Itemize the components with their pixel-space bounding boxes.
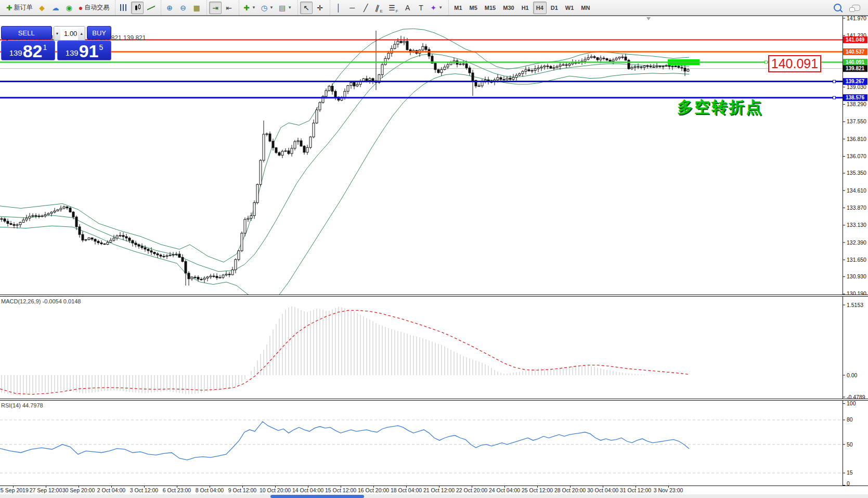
vertical-line-button[interactable]: │	[332, 2, 345, 14]
macd-label: MACD(12,26,9) -0.0054 0.0148	[1, 298, 81, 304]
rsi-label: RSI(14) 44.7978	[1, 402, 43, 408]
tile-windows-button[interactable]: ▦	[190, 2, 203, 14]
lot-size-stepper: ▼ ▲	[54, 26, 86, 41]
search-button[interactable]	[831, 2, 844, 14]
svg-text:130.930: 130.930	[847, 273, 866, 279]
timeframe-d1-button[interactable]: D1	[548, 2, 561, 14]
toolbar-group: ✚新订单◆☁◉●自动交易	[2, 0, 113, 15]
svg-text:139.267: 139.267	[846, 79, 865, 84]
rsi-canvas[interactable]: 1008050150	[0, 401, 868, 486]
svg-text:132.390: 132.390	[847, 239, 866, 246]
svg-text:80: 80	[847, 416, 853, 423]
trendline-button[interactable]: ╱	[359, 2, 372, 14]
vertical-line-icon: │	[336, 4, 341, 11]
time-axis-label: 6 Oct 23:00	[163, 487, 191, 493]
tile-windows-icon: ▦	[193, 4, 200, 11]
indicators-icon: ✚	[243, 4, 250, 11]
rsi-panel: RSI(14) 44.7978 1008050150	[0, 401, 868, 486]
price-level-callout[interactable]: 140.091	[768, 55, 821, 72]
line-chart-icon	[147, 5, 155, 11]
lot-size-input[interactable]	[60, 27, 78, 40]
channel-icon-letter: E	[380, 9, 382, 14]
lot-increase-button[interactable]: ▲	[78, 27, 85, 40]
horizontal-line-icon: ─	[349, 4, 355, 11]
crosshair-button[interactable]: ✛	[314, 2, 326, 14]
text-button[interactable]: A	[401, 2, 414, 14]
templates-icon: ▤	[279, 4, 286, 11]
arrows-button[interactable]: ✦▼	[429, 2, 445, 14]
svg-text:134.610: 134.610	[847, 187, 866, 194]
periods-button[interactable]: ◷▼	[259, 2, 276, 14]
macd-canvas[interactable]: 1.51530.00-0.4789	[0, 297, 868, 399]
periods-icon: ◷	[261, 4, 267, 11]
time-axis-label: 16 Oct 20:00	[358, 487, 389, 493]
timeframe-m15-button[interactable]: M15	[482, 2, 499, 14]
svg-text:135.350: 135.350	[847, 170, 866, 176]
sell-price-prefix: 139	[9, 48, 22, 57]
timeframe-group: M1M5M15M30H1H4D1W1MN	[448, 0, 595, 15]
time-axis-label: 15 Oct 12:00	[325, 487, 356, 493]
svg-text:140.091: 140.091	[846, 59, 865, 65]
buy-price-prefix: 139	[66, 48, 79, 57]
bollinger-lower	[0, 73, 689, 295]
time-axis-label: 10 Oct 20:00	[260, 487, 291, 493]
text-a-icon: A	[405, 4, 410, 11]
lot-decrease-button[interactable]: ▼	[54, 27, 61, 40]
timeframe-m5-button[interactable]: M5	[467, 2, 481, 14]
new-order-button-label: 新订单	[14, 3, 33, 12]
time-axis-label: 25 Sep 2019	[0, 487, 29, 493]
turning-point-note: 多空转折点	[637, 97, 763, 118]
timeframe-h4-button[interactable]: H4	[533, 2, 547, 14]
buy-price-pip: 5	[99, 43, 103, 52]
zoom-in-button[interactable]: ⊕	[163, 2, 176, 14]
buy-price-panel[interactable]: 139 91 5	[57, 41, 111, 60]
buy-button[interactable]: BUY	[87, 26, 111, 40]
fibonacci-button[interactable]: ☰F	[386, 2, 400, 14]
channel-button[interactable]: ∥E	[373, 2, 385, 14]
time-axis-label: 21 Oct 12:00	[423, 487, 455, 493]
main-chart-canvas[interactable]: 141.970141.230139.030138.290137.550136.8…	[0, 16, 868, 295]
text-label-icon: T	[419, 4, 423, 11]
candlestick-chart-button[interactable]	[131, 2, 144, 14]
profiles-button[interactable]: ☁	[49, 2, 62, 14]
zoom-out-button[interactable]: ⊖	[177, 2, 189, 14]
text-label-button[interactable]: T	[415, 2, 427, 14]
chat-button[interactable]	[850, 2, 862, 14]
cursor-icon: ↖	[303, 4, 309, 11]
bar-chart-button[interactable]	[118, 2, 130, 14]
auto-scroll-button[interactable]: ⇥	[209, 2, 222, 14]
metaeditor-button[interactable]: ◆	[36, 2, 48, 14]
line-chart-button[interactable]	[145, 2, 157, 14]
sell-button[interactable]: SELL	[1, 26, 52, 40]
time-axis[interactable]: 25 Sep 201927 Sep 12:0030 Sep 20:002 Oct…	[0, 486, 868, 494]
svg-text:138.290: 138.290	[847, 101, 866, 107]
toolbar-group: ✚▼◷▼▤▼	[239, 0, 296, 15]
cursor-button[interactable]: ↖	[300, 2, 313, 14]
metaeditor-icon: ◆	[39, 4, 45, 11]
new-order-button[interactable]: ✚新订单	[4, 2, 35, 14]
sell-price-pip: 1	[43, 43, 47, 52]
chat-icon	[852, 5, 860, 11]
time-axis-label: 25 Oct 12:00	[522, 487, 553, 493]
indicators-button[interactable]: ✚▼	[241, 2, 258, 14]
horizontal-line-button[interactable]: ─	[346, 2, 358, 14]
timeframe-m1-button[interactable]: M1	[451, 2, 465, 14]
svg-text:133.130: 133.130	[847, 222, 866, 228]
chevron-down-icon: ▼	[269, 5, 274, 10]
candlestick-icon	[134, 4, 141, 11]
autotrading-button[interactable]: ●自动交易	[76, 2, 111, 14]
chart-shift-button[interactable]: ⇤	[223, 2, 235, 14]
templates-button[interactable]: ▤▼	[277, 2, 294, 14]
timeframe-mn-button[interactable]: MN	[578, 2, 593, 14]
timeframe-w1-button[interactable]: W1	[562, 2, 577, 14]
one-click-trading-panel: SELL ▼ ▲ BUY 139 82 1 139 91 5	[1, 26, 111, 60]
sell-price-panel[interactable]: 139 82 1	[1, 41, 55, 60]
time-axis-label: 3 Nov 23:00	[654, 487, 683, 493]
toolbar-group: ↖✛	[297, 0, 328, 15]
scrollbar-thumb[interactable]	[270, 495, 364, 498]
timeframe-m30-button[interactable]: M30	[500, 2, 517, 14]
signals-button[interactable]: ◉	[63, 2, 75, 14]
chevron-down-icon: ▼	[288, 5, 292, 10]
timeframe-h1-button[interactable]: H1	[519, 2, 532, 14]
new-order-icon: ✚	[6, 4, 12, 11]
